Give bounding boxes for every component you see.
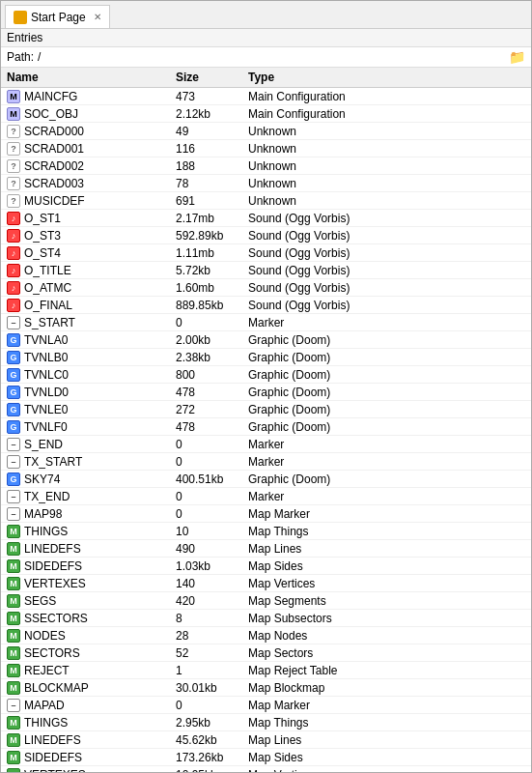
row-name-cell: MMAINCFG — [7, 90, 176, 103]
table-row[interactable]: MSIDEDEFS173.26kbMap Sides — [1, 749, 531, 766]
table-row[interactable]: MLINEDEFS490Map Lines — [1, 540, 531, 558]
row-type-text: Graphic (Doom) — [248, 403, 525, 416]
row-type-text: Map Reject Table — [248, 664, 525, 677]
table-row[interactable]: GSKY74400.51kbGraphic (Doom) — [1, 471, 531, 488]
table-row[interactable]: MVERTEXES10.95kbMap Vertices — [1, 766, 531, 772]
graphic-icon: G — [7, 420, 20, 434]
table-row[interactable]: GTVNLE0272Graphic (Doom) — [1, 401, 531, 418]
table-row[interactable]: ♪O_ST41.11mbSound (Ogg Vorbis) — [1, 244, 531, 262]
row-type-text: Graphic (Doom) — [248, 472, 525, 486]
row-name-text: SCRAD000 — [24, 125, 84, 138]
row-type-text: Unknown — [248, 194, 525, 208]
graphic-icon: G — [7, 403, 20, 416]
row-size-text: 10.95kb — [176, 768, 248, 773]
row-type-text: Map Vertices — [248, 577, 525, 590]
row-size-text: 173.26kb — [176, 751, 248, 764]
table-row[interactable]: –MAP980Map Marker — [1, 505, 531, 523]
table-row[interactable]: –TX_START0Marker — [1, 453, 531, 471]
table-row[interactable]: ♪O_ATMC1.60mbSound (Ogg Vorbis) — [1, 279, 531, 297]
table-header: Name Size Type — [1, 68, 531, 88]
row-size-text: 400.51kb — [176, 472, 248, 486]
entries-label: Entries — [7, 31, 42, 44]
table-row[interactable]: –S_START0Marker — [1, 314, 531, 331]
row-name-text: O_ST1 — [24, 212, 61, 225]
row-name-text: MAPAD — [24, 699, 65, 712]
question-icon: ? — [7, 125, 20, 138]
graphic-icon: G — [7, 472, 20, 486]
row-type-text: Graphic (Doom) — [248, 386, 525, 399]
row-name-cell: –TX_END — [7, 490, 176, 503]
table-row[interactable]: GTVNLB02.38kbGraphic (Doom) — [1, 349, 531, 366]
table-row[interactable]: MMAINCFG473Main Configuration — [1, 88, 531, 105]
folder-icon[interactable]: 📁 — [509, 49, 525, 65]
row-name-cell: MNODES — [7, 629, 176, 643]
row-name-cell: ♪O_ST3 — [7, 229, 176, 243]
table-row[interactable]: ?SCRAD00049Unknown — [1, 123, 531, 140]
table-row[interactable]: GTVNLC0800Graphic (Doom) — [1, 366, 531, 384]
sound-icon: ♪ — [7, 299, 20, 312]
table-row[interactable]: MSIDEDEFS1.03kbMap Sides — [1, 558, 531, 575]
row-name-cell: MREJECT — [7, 664, 176, 677]
row-name-cell: MLINEDEFS — [7, 542, 176, 556]
table-row[interactable]: MTHINGS10Map Things — [1, 523, 531, 540]
table-row[interactable]: ♪O_TITLE5.72kbSound (Ogg Vorbis) — [1, 262, 531, 279]
table-row[interactable]: MLINEDEFS45.62kbMap Lines — [1, 731, 531, 749]
table-row[interactable]: ♪O_ST3592.89kbSound (Ogg Vorbis) — [1, 227, 531, 244]
table-row[interactable]: ?MUSICDEF691Unknown — [1, 192, 531, 210]
row-name-cell: GTVNLC0 — [7, 368, 176, 382]
tab-icon — [14, 11, 27, 24]
row-size-text: 0 — [176, 699, 248, 712]
row-name-cell: MSEGS — [7, 594, 176, 608]
tab-close-button[interactable]: ✕ — [94, 12, 101, 22]
table-row[interactable]: GTVNLD0478Graphic (Doom) — [1, 384, 531, 401]
table-row[interactable]: MSSECTORS8Map Subsectors — [1, 610, 531, 627]
row-name-cell: –TX_START — [7, 455, 176, 469]
table-row[interactable]: MSECTORS52Map Sectors — [1, 644, 531, 662]
path-value: / — [38, 50, 41, 64]
table-row[interactable]: ?SCRAD002188Unknown — [1, 157, 531, 175]
row-name-cell: ?SCRAD002 — [7, 159, 176, 173]
row-name-text: S_END — [24, 438, 63, 451]
table-row[interactable]: –S_END0Marker — [1, 436, 531, 453]
map-icon: M — [7, 577, 20, 590]
row-type-text: Map Lines — [248, 733, 525, 747]
table-row[interactable]: ?SCRAD001116Unknown — [1, 140, 531, 157]
map-icon: M — [7, 751, 20, 764]
table-row[interactable]: MBLOCKMAP30.01kbMap Blockmap — [1, 679, 531, 697]
row-name-cell: –MAPAD — [7, 699, 176, 712]
row-name-text: TVNLF0 — [24, 420, 68, 434]
row-name-cell: GTVNLB0 — [7, 351, 176, 364]
map-icon: M — [7, 768, 20, 773]
table-row[interactable]: ♪O_ST12.17mbSound (Ogg Vorbis) — [1, 210, 531, 227]
table-row[interactable]: –MAPAD0Map Marker — [1, 697, 531, 714]
table-row[interactable]: MNODES28Map Nodes — [1, 627, 531, 644]
table-row[interactable]: MVERTEXES140Map Vertices — [1, 575, 531, 592]
table-row[interactable]: MSOC_OBJ2.12kbMain Configuration — [1, 105, 531, 123]
table-row[interactable]: MTHINGS2.95kbMap Things — [1, 714, 531, 731]
row-size-text: 2.12kb — [176, 107, 248, 121]
table-row[interactable]: GTVNLF0478Graphic (Doom) — [1, 418, 531, 436]
row-name-cell: –S_END — [7, 438, 176, 451]
sound-icon: ♪ — [7, 229, 20, 243]
row-size-text: 8 — [176, 612, 248, 625]
table-row[interactable]: ?SCRAD00378Unknown — [1, 175, 531, 192]
table-row[interactable]: GTVNLA02.00kbGraphic (Doom) — [1, 331, 531, 349]
row-type-text: Sound (Ogg Vorbis) — [248, 299, 525, 312]
row-size-text: 78 — [176, 177, 248, 190]
table-body[interactable]: MMAINCFG473Main ConfigurationMSOC_OBJ2.1… — [1, 88, 531, 772]
table-row[interactable]: ♪O_FINAL889.85kbSound (Ogg Vorbis) — [1, 297, 531, 314]
row-type-text: Sound (Ogg Vorbis) — [248, 264, 525, 277]
row-size-text: 116 — [176, 142, 248, 156]
row-type-text: Marker — [248, 455, 525, 469]
graphic-icon: G — [7, 333, 20, 347]
row-name-text: MAINCFG — [24, 90, 77, 103]
row-size-text: 889.85kb — [176, 299, 248, 312]
row-name-cell: MVERTEXES — [7, 577, 176, 590]
table-row[interactable]: –TX_END0Marker — [1, 488, 531, 505]
row-type-text: Map Lines — [248, 542, 525, 556]
table-row[interactable]: MSEGS420Map Segments — [1, 592, 531, 610]
table-row[interactable]: MREJECT1Map Reject Table — [1, 662, 531, 679]
tab-start-page[interactable]: Start Page ✕ — [5, 5, 110, 28]
row-size-text: 30.01kb — [176, 681, 248, 695]
row-name-cell: ?SCRAD001 — [7, 142, 176, 156]
